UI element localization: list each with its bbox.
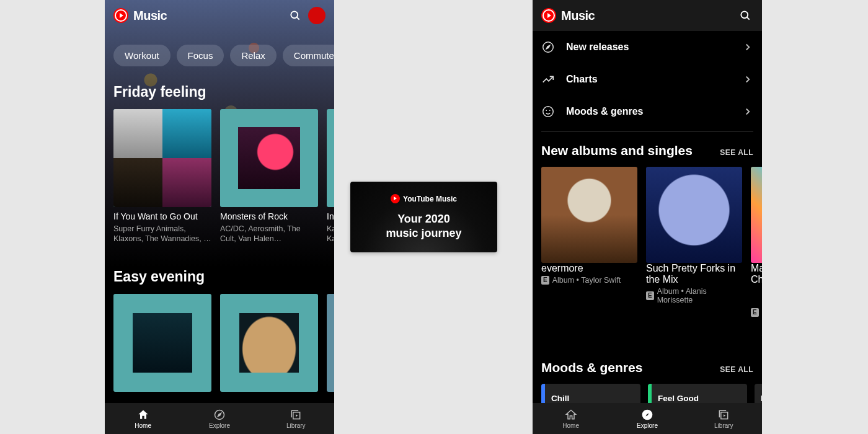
album-card[interactable]: evermore EAlbum • Taylor Swift <box>541 167 637 338</box>
nav-label: Explore <box>209 422 230 429</box>
album-card[interactable]: Such Pretty Forks in the Mix EAlbum • Al… <box>646 167 742 338</box>
bottom-nav: Home Explore Library <box>533 403 762 434</box>
carousel-evening[interactable] <box>113 294 326 392</box>
chevron-right-icon <box>742 42 753 53</box>
journey-title: Your 2020 music journey <box>386 212 461 240</box>
svg-line-1 <box>297 17 299 20</box>
explore-row-charts[interactable]: Charts <box>541 63 753 95</box>
playlist-art <box>220 109 318 207</box>
playlist-art <box>327 109 334 207</box>
year-review-card[interactable]: YouTube Music Your 2020 music journey <box>350 182 497 252</box>
carousel-genres[interactable]: Chill Feel Good FFFFF <box>541 384 753 403</box>
playlist-art <box>220 294 318 392</box>
nav-label: Home <box>135 422 151 429</box>
album-cover <box>646 167 742 263</box>
explore-screen: Music New releases Charts Moods & genres… <box>533 0 762 434</box>
playlist-title: Indi <box>327 211 334 223</box>
app-brand: Music <box>561 9 595 23</box>
section-title: Easy evening <box>113 268 326 285</box>
nav-home[interactable]: Home <box>105 403 181 434</box>
trending-icon <box>541 73 555 86</box>
section-header: Moods & genres SEE ALL <box>541 360 753 375</box>
playlist-title: If You Want to Go Out <box>113 211 211 223</box>
see-all-link[interactable]: SEE ALL <box>720 365 753 374</box>
svg-point-0 <box>291 11 298 18</box>
nav-label: Explore <box>637 422 658 429</box>
genre-label: FFFFF <box>755 394 762 403</box>
genre-chip[interactable]: Chill <box>541 384 640 403</box>
chip-focus[interactable]: Focus <box>177 45 224 66</box>
nav-library[interactable]: Library <box>258 403 334 434</box>
svg-marker-16 <box>724 414 725 417</box>
section-title: Moods & genres <box>541 360 642 375</box>
chevron-right-icon <box>742 106 753 117</box>
home-screen: Music Workout Focus Relax Commute Friday… <box>105 0 334 434</box>
nav-explore[interactable]: Explore <box>609 403 685 434</box>
explore-row-label: Moods & genres <box>566 106 731 117</box>
journey-logo: YouTube Music <box>391 194 457 203</box>
section-title: New albums and singles <box>541 143 693 158</box>
album-meta: E／／／／ A <box>751 287 762 338</box>
explore-row-moods[interactable]: Moods & genres <box>541 95 753 128</box>
playlist-card[interactable]: If You Want to Go Out Super Furry Animal… <box>113 109 211 244</box>
chip-relax[interactable]: Relax <box>230 45 276 66</box>
app-logo-icon <box>541 8 556 23</box>
explicit-badge: E <box>646 291 654 300</box>
playlist-art <box>113 109 211 207</box>
album-card[interactable]: Mannnnr Chooooo E／／／／ A <box>751 167 762 338</box>
section-header: New albums and singles SEE ALL <box>541 143 753 158</box>
svg-point-6 <box>741 11 748 18</box>
play-logo-icon <box>391 194 400 203</box>
see-all-link[interactable]: SEE ALL <box>720 148 753 157</box>
divider <box>541 131 753 132</box>
chip-workout[interactable]: Workout <box>113 45 170 66</box>
avatar[interactable] <box>308 7 326 24</box>
genre-label: Chill <box>545 394 569 403</box>
playlist-card[interactable] <box>327 294 334 392</box>
album-meta: EAlbum • Alanis Morissette <box>646 287 742 304</box>
playlist-card[interactable]: Indi Kas Kais <box>327 109 334 244</box>
explore-row-new-releases[interactable]: New releases <box>541 31 753 63</box>
chevron-right-icon <box>742 74 753 85</box>
search-icon[interactable] <box>287 7 303 24</box>
album-cover <box>751 167 762 263</box>
journey-brand: YouTube Music <box>403 195 457 203</box>
album-title: evermore <box>541 263 637 274</box>
nav-explore[interactable]: Explore <box>181 403 257 434</box>
explore-row-label: Charts <box>566 74 731 85</box>
chip-commute[interactable]: Commute <box>283 45 334 66</box>
compass-icon <box>541 40 555 54</box>
app-logo-icon <box>113 8 128 23</box>
genre-chip[interactable]: Feel Good <box>648 384 747 403</box>
header: Music <box>105 0 334 31</box>
svg-point-12 <box>549 110 551 111</box>
mood-chips-row: Workout Focus Relax Commute <box>113 45 326 66</box>
playlist-subtitle: Kas Kais <box>327 224 334 244</box>
section-title: Friday feeling <box>113 84 326 100</box>
playlist-subtitle: AC/DC, Aerosmith, The Cult, Van Halen… <box>220 224 318 244</box>
explicit-badge: E <box>751 308 759 317</box>
album-title: Mannnnr Chooooo <box>751 263 762 285</box>
svg-marker-9 <box>546 45 550 49</box>
svg-point-10 <box>543 107 554 117</box>
playlist-title: Monsters of Rock <box>220 211 318 223</box>
explicit-badge: E <box>541 276 549 285</box>
nav-home[interactable]: Home <box>533 403 609 434</box>
nav-label: Home <box>562 422 579 429</box>
playlist-art <box>113 294 211 392</box>
album-title: Such Pretty Forks in the Mix <box>646 263 742 285</box>
nav-library[interactable]: Library <box>686 403 762 434</box>
carousel-albums[interactable]: evermore EAlbum • Taylor Swift Such Pret… <box>541 167 753 338</box>
search-icon[interactable] <box>737 7 753 24</box>
carousel-friday[interactable]: If You Want to Go Out Super Furry Animal… <box>113 109 326 244</box>
genre-chip[interactable]: FFFFF <box>755 384 762 403</box>
svg-marker-3 <box>218 413 221 416</box>
svg-marker-5 <box>296 414 298 417</box>
playlist-card[interactable]: Monsters of Rock AC/DC, Aerosmith, The C… <box>220 109 318 244</box>
svg-point-11 <box>546 110 547 111</box>
playlist-card[interactable] <box>113 294 211 392</box>
playlist-subtitle: Super Furry Animals, Klaxons, The Wannad… <box>113 224 211 244</box>
album-meta: EAlbum • Taylor Swift <box>541 276 637 285</box>
header: Music <box>533 0 762 31</box>
playlist-card[interactable] <box>220 294 318 392</box>
